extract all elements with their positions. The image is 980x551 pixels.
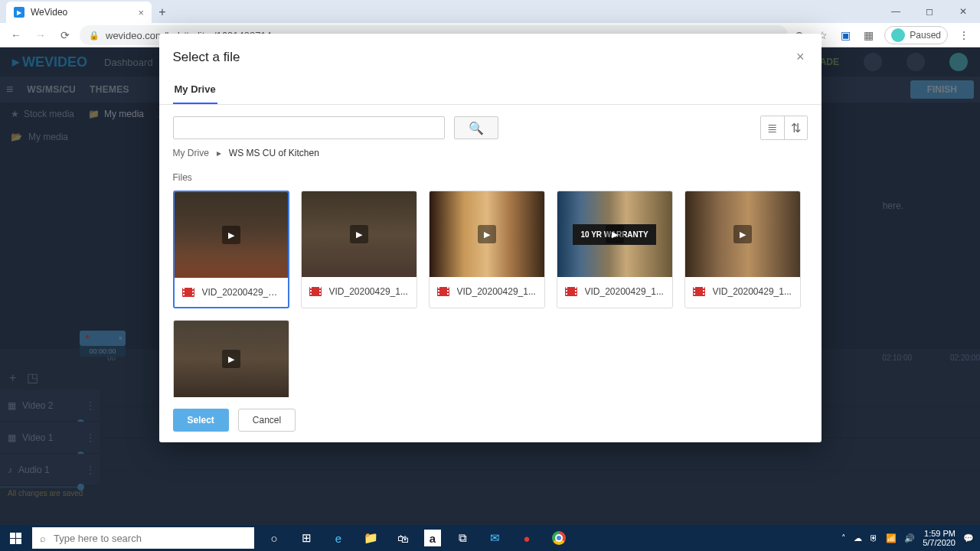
play-icon: ▶ — [606, 225, 624, 243]
video-thumbnail: 10 YR WARRANTY▶ — [557, 191, 672, 277]
video-file-icon — [437, 287, 449, 296]
view-toggle: ≣ ⇅ — [760, 116, 808, 140]
video-file-icon — [693, 287, 705, 296]
file-card[interactable]: 10 YR WARRANTY▶ VID_20200429_1... — [557, 191, 673, 308]
video-file-icon — [309, 287, 322, 296]
file-name: VID_20200429_1... — [585, 286, 664, 297]
play-icon: ▶ — [478, 225, 496, 243]
file-card[interactable]: ▶ — [173, 320, 289, 397]
file-name: VID_20200429_1... — [457, 286, 536, 297]
modal-tabs: My Drive — [159, 76, 822, 105]
search-icon: 🔍 — [469, 121, 484, 135]
picker-breadcrumb: My Drive ▸ WS MS CU of Kitchen — [159, 148, 822, 168]
file-name: VID_20200429_1... — [329, 286, 408, 297]
modal-wrapper: Select a file × My Drive 🔍 ≣ ⇅ My Drive … — [0, 0, 980, 551]
video-file-icon — [565, 287, 577, 296]
video-thumbnail: ▶ — [174, 321, 289, 397]
list-view-button[interactable]: ≣ — [761, 116, 784, 139]
chevron-right-icon: ▸ — [217, 148, 221, 158]
video-file-icon — [182, 288, 194, 297]
video-thumbnail: ▶ — [685, 191, 800, 277]
sort-button[interactable]: ⇅ — [784, 116, 807, 139]
play-icon: ▶ — [222, 226, 240, 244]
search-button[interactable]: 🔍 — [454, 116, 498, 139]
video-thumbnail: ▶ — [430, 191, 544, 277]
video-thumbnail: ▶ — [302, 191, 416, 277]
file-picker-modal: Select a file × My Drive 🔍 ≣ ⇅ My Drive … — [159, 34, 822, 442]
play-icon: ▶ — [222, 350, 240, 368]
file-name: VID_20200429_1... — [202, 287, 280, 298]
cancel-button[interactable]: Cancel — [238, 409, 296, 432]
files-heading: Files — [173, 172, 808, 183]
file-card[interactable]: ▶ VID_20200429_1... — [429, 191, 545, 308]
file-card[interactable]: ▶ VID_20200429_1... — [173, 191, 289, 308]
file-card[interactable]: ▶ VID_20200429_1... — [684, 191, 801, 308]
search-input[interactable] — [173, 116, 445, 139]
breadcrumb-current: WS MS CU of Kitchen — [229, 148, 319, 158]
select-button[interactable]: Select — [173, 409, 229, 432]
file-name: VID_20200429_1... — [713, 286, 792, 297]
play-icon: ▶ — [350, 225, 368, 243]
play-icon: ▶ — [733, 225, 752, 243]
modal-close-button[interactable]: × — [793, 46, 808, 68]
breadcrumb-root[interactable]: My Drive — [173, 148, 209, 158]
file-grid: ▶ VID_20200429_1... ▶ VID_20200429_1... … — [173, 191, 808, 397]
modal-title: Select a file — [173, 50, 240, 65]
video-thumbnail: ▶ — [175, 192, 288, 278]
tab-my-drive[interactable]: My Drive — [173, 76, 217, 104]
file-card[interactable]: ▶ VID_20200429_1... — [301, 191, 417, 308]
